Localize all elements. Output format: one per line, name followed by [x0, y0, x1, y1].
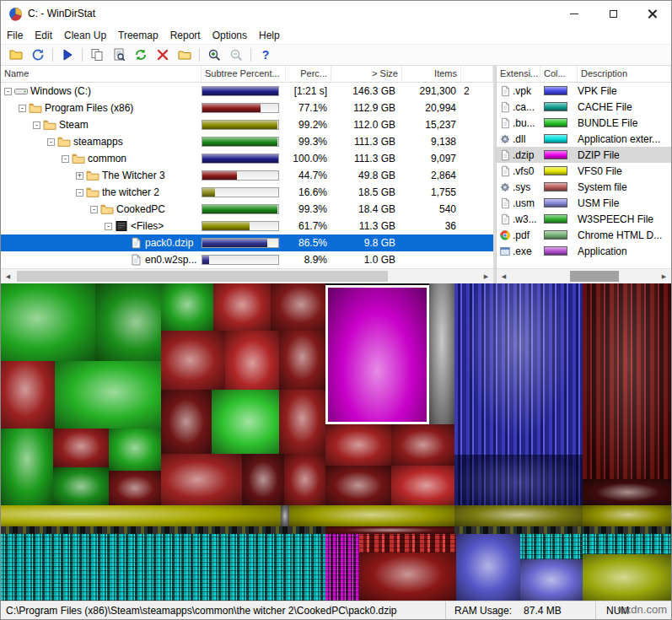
extension-row[interactable]: .usmUSM File	[497, 195, 671, 211]
treemap-block[interactable]	[213, 283, 271, 331]
treemap-block[interactable]	[359, 534, 456, 553]
collapse-toggle-icon[interactable]: -	[19, 105, 26, 112]
treemap-block[interactable]	[161, 331, 225, 390]
treemap-block[interactable]	[583, 554, 671, 601]
scroll-left-arrow-icon[interactable]: ◀	[497, 269, 511, 283]
extension-horizontal-scrollbar[interactable]: ◀ ▶	[497, 268, 671, 283]
help-button[interactable]: ?	[255, 46, 276, 64]
treemap-block[interactable]	[325, 526, 454, 534]
treemap-block[interactable]	[95, 283, 161, 361]
ext-column-header-1[interactable]: Extensi...	[497, 66, 540, 82]
treemap-block[interactable]	[109, 471, 161, 505]
delete-button[interactable]	[153, 46, 173, 64]
dir-column-header-3[interactable]: Perc...	[286, 66, 331, 82]
expand-toggle-icon[interactable]: +	[76, 172, 83, 180]
collapse-toggle-icon[interactable]: -	[33, 121, 40, 129]
treemap-block[interactable]	[325, 424, 391, 466]
directory-row[interactable]: -<Files>61.7%11.3 GB36	[1, 218, 493, 235]
resume-scan-button[interactable]	[57, 46, 78, 64]
extension-row[interactable]: .ca...CACHE File	[497, 99, 671, 115]
directory-row[interactable]: en0.w2sp...8.9%1.0 GB	[1, 251, 493, 268]
scroll-right-arrow-icon[interactable]: ▶	[657, 269, 671, 283]
refresh-selected-button[interactable]	[131, 46, 151, 64]
explorer-here-button[interactable]	[175, 46, 195, 64]
treemap-block[interactable]	[271, 283, 325, 331]
treemap-block[interactable]	[1, 429, 53, 505]
treemap-block[interactable]	[454, 505, 583, 526]
dir-column-header-4[interactable]: > Size	[331, 66, 402, 82]
treemap-block[interactable]	[520, 559, 583, 601]
extension-row[interactable]: .sysSystem file	[497, 179, 671, 195]
treemap-block[interactable]	[225, 331, 279, 390]
treemap-block[interactable]	[583, 479, 671, 505]
treemap-block[interactable]	[55, 361, 161, 429]
extension-row[interactable]: .dllApplication exter...	[497, 131, 671, 147]
menu-file[interactable]: File	[1, 28, 29, 43]
directory-row[interactable]: +The Witcher 344.7%49.8 GB2,864	[1, 167, 493, 184]
scroll-right-arrow-icon[interactable]: ▶	[479, 269, 493, 283]
dir-column-header-1[interactable]: Name	[1, 66, 202, 82]
treemap-block[interactable]	[279, 390, 325, 454]
directory-row[interactable]: -Program Files (x86)77.1%112.9 GB20,994	[1, 100, 493, 116]
treemap-block[interactable]	[284, 454, 325, 505]
dir-column-header-5[interactable]: Items	[402, 66, 461, 82]
directory-row[interactable]: -Steam99.2%112.0 GB15,237	[1, 116, 493, 133]
directory-row[interactable]: -Windows (C:)[1:21 s]146.3 GB291,3002	[1, 83, 493, 100]
copy-button[interactable]	[87, 46, 107, 64]
directory-row[interactable]: -common100.0%111.3 GB9,097	[1, 150, 493, 167]
treemap-block[interactable]	[161, 283, 213, 331]
treemap-block[interactable]	[456, 534, 520, 601]
menu-edit[interactable]: Edit	[29, 28, 58, 43]
treemap-block[interactable]	[429, 283, 454, 424]
directory-row[interactable]: pack0.dzip86.5%9.8 GB	[1, 235, 493, 251]
maximize-button[interactable]	[594, 1, 632, 26]
ext-column-header-3[interactable]: Description	[578, 66, 671, 82]
scrollbar-thumb[interactable]	[17, 271, 388, 282]
extension-row[interactable]: .dzipDZIP File	[497, 147, 671, 163]
treemap-block[interactable]	[242, 454, 284, 505]
collapse-toggle-icon[interactable]: -	[105, 223, 112, 230]
treemap-selected-block[interactable]	[325, 285, 429, 424]
extension-row[interactable]: .w3...W3SPEECH File	[497, 211, 671, 227]
dir-column-header-2[interactable]: Subtree Percent...	[202, 66, 286, 82]
treemap-block[interactable]	[1, 526, 325, 534]
directory-horizontal-scrollbar[interactable]: ◀ ▶	[1, 268, 493, 283]
collapse-toggle-icon[interactable]: -	[62, 155, 69, 163]
directory-row[interactable]: -the witcher 216.6%18.5 GB1,755	[1, 184, 493, 201]
extension-row[interactable]: .pdfChrome HTML D...	[497, 227, 671, 243]
scrollbar-thumb[interactable]	[570, 271, 619, 282]
treemap[interactable]	[1, 283, 671, 601]
treemap-block[interactable]	[53, 429, 109, 467]
collapse-toggle-icon[interactable]: -	[4, 88, 12, 95]
collapse-toggle-icon[interactable]: -	[76, 189, 83, 197]
ext-column-header-2[interactable]: Col...	[540, 66, 578, 82]
treemap-block[interactable]	[391, 466, 454, 505]
zoom-in-button[interactable]	[204, 46, 224, 64]
extension-row[interactable]: .vpkVPK File	[497, 83, 671, 99]
directory-row[interactable]: -steamapps99.3%111.3 GB9,138	[1, 133, 493, 150]
close-button[interactable]	[632, 1, 671, 26]
treemap-block[interactable]	[53, 467, 109, 505]
treemap-block[interactable]	[279, 331, 325, 390]
treemap-block[interactable]	[109, 429, 161, 471]
open-folder-button[interactable]	[6, 46, 26, 64]
menu-treemap[interactable]: Treemap	[112, 28, 164, 43]
treemap-block[interactable]	[281, 505, 289, 526]
collapse-toggle-icon[interactable]: -	[47, 138, 55, 146]
treemap-block[interactable]	[454, 526, 671, 534]
treemap-block[interactable]	[520, 534, 583, 559]
menu-options[interactable]: Options	[207, 28, 253, 43]
directory-row[interactable]: -CookedPC99.3%18.4 GB540	[1, 201, 493, 218]
treemap-block[interactable]	[1, 283, 95, 361]
treemap-block[interactable]	[391, 424, 454, 466]
treemap-block[interactable]	[359, 553, 456, 601]
treemap-block[interactable]	[454, 455, 583, 505]
treemap-block[interactable]	[325, 466, 391, 505]
treemap-block[interactable]	[1, 361, 55, 429]
menu-report[interactable]: Report	[164, 28, 207, 43]
treemap-block[interactable]	[583, 283, 671, 479]
menu-clean-up[interactable]: Clean Up	[58, 28, 112, 43]
treemap-block[interactable]	[212, 390, 279, 454]
treemap-block[interactable]	[583, 505, 671, 526]
minimize-button[interactable]	[555, 1, 594, 26]
